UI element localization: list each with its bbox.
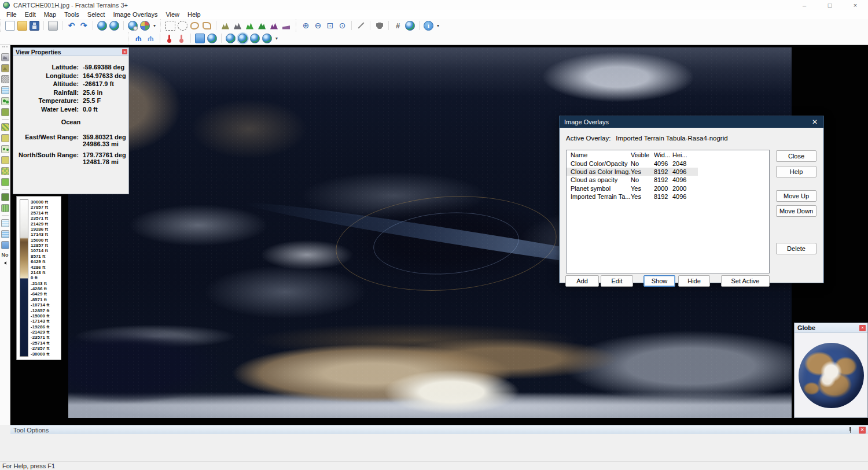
raise-land-olive-icon[interactable] (220, 21, 230, 31)
new-map-icon[interactable] (5, 21, 15, 31)
orchard-brush-icon[interactable] (1, 145, 9, 153)
column-header-visible[interactable]: Visible (631, 150, 654, 160)
zoom-previous-icon[interactable] (337, 21, 347, 31)
open-icon[interactable] (17, 21, 27, 31)
raise-land-peak-icon[interactable] (257, 21, 267, 31)
dialog-close-icon[interactable]: ✕ (812, 118, 823, 126)
sea-texture-icon[interactable] (1, 86, 9, 94)
polygon-lasso-icon[interactable] (202, 21, 212, 31)
dialog-button-edit[interactable]: Edit (601, 275, 633, 287)
reeds-brush-icon[interactable] (1, 193, 9, 201)
dialog-button-add[interactable]: Add (565, 275, 599, 287)
close-icon[interactable]: × (843, 0, 868, 10)
overlay-row-planet-symbol[interactable]: Planet symbol Yes 2000 2000 (567, 184, 698, 193)
pan-hand-icon[interactable] (374, 21, 384, 31)
minimize-icon[interactable]: – (792, 0, 817, 10)
overlay-row-cloud-as-color-imag[interactable]: Cloud as Color Imag... Yes 8192 4096 (567, 168, 698, 176)
temperature-down-icon[interactable] (176, 34, 186, 43)
deep-water-icon[interactable] (1, 241, 9, 249)
farmland-brush-icon[interactable] (1, 167, 9, 175)
zoom-in-icon[interactable] (301, 21, 311, 31)
lasso-icon[interactable] (190, 21, 200, 31)
dialog-button-set-active[interactable]: Set Active (721, 275, 770, 287)
print-icon[interactable] (48, 21, 58, 31)
overlay-row-cloud-color-opacity[interactable]: Cloud Color/Opacity No 4096 2048 (567, 160, 698, 168)
globe-close-icon[interactable] (859, 325, 866, 331)
dialog-button-show[interactable]: Show (643, 275, 675, 287)
lower-land-icon[interactable] (281, 21, 291, 31)
save-icon[interactable] (30, 21, 39, 31)
overlay-row-cloud-as-opacity[interactable]: Cloud as opacity No 8192 4096 (567, 176, 698, 184)
green-brush-icon[interactable] (1, 178, 9, 186)
menu-item-file[interactable]: File (2, 10, 21, 19)
raise-land-green-icon[interactable] (245, 21, 255, 31)
river-erase-icon[interactable] (146, 34, 156, 43)
pushpin-icon[interactable] (847, 427, 854, 433)
globe-view-a-icon[interactable] (226, 34, 236, 43)
dialog-button-move-down[interactable]: Move Down (776, 205, 816, 217)
zoom-region-icon[interactable] (325, 21, 335, 31)
world-export-icon[interactable] (128, 21, 138, 31)
overlay-row-imported-terrain-ta[interactable]: Imported Terrain Ta... Yes 8192 4096 (567, 193, 698, 201)
info-icon[interactable] (424, 21, 433, 31)
world-globe2-icon[interactable] (109, 21, 119, 31)
rock-texture-icon[interactable] (1, 75, 9, 83)
restore-icon[interactable]: □ (817, 0, 843, 10)
tool-options-close-icon[interactable]: ✕ (859, 427, 866, 434)
raise-land-purple-icon[interactable] (269, 21, 279, 31)
column-header-wid[interactable]: Wid... (654, 150, 672, 160)
world-colors-icon[interactable] (140, 21, 150, 31)
dialog-button-close[interactable]: Close (776, 150, 816, 162)
altitude-color-bar[interactable] (20, 199, 28, 357)
globe-grid-icon[interactable] (405, 21, 415, 31)
no-paint-label[interactable]: No (0, 252, 10, 258)
globe-preview[interactable] (799, 343, 864, 408)
toolbar-overflow-arrow[interactable]: ▾ (153, 23, 156, 28)
measure-icon[interactable] (356, 21, 366, 31)
toolbar-overflow-arrow[interactable]: ▾ (275, 36, 278, 41)
menu-item-map[interactable]: Map (40, 10, 60, 19)
menu-item-view[interactable]: View (161, 10, 183, 19)
globe-view-d-icon[interactable] (262, 34, 272, 43)
grid-icon[interactable] (393, 21, 403, 31)
sidebar-grip[interactable] (2, 46, 8, 50)
paint-globe-icon[interactable] (207, 34, 217, 43)
view-properties-close-icon[interactable] (122, 49, 127, 54)
river-tool-icon[interactable] (134, 34, 144, 43)
grass-brush-icon[interactable] (1, 108, 9, 116)
globe-view-c-icon[interactable] (250, 34, 260, 43)
dialog-button-hide[interactable]: Hide (678, 275, 710, 287)
swamp-brush-icon[interactable] (1, 123, 9, 131)
marquee-rect-icon[interactable] (165, 21, 175, 31)
undo-icon[interactable] (67, 21, 76, 31)
redo-icon[interactable] (79, 21, 89, 31)
menu-item-select[interactable]: Select (83, 10, 109, 19)
scrub-brush-icon[interactable] (1, 204, 9, 212)
forest-brush-icon[interactable] (1, 97, 9, 105)
property-label: Water Level: (13, 105, 79, 114)
dialog-button-help[interactable]: Help (776, 166, 816, 177)
marquee-ellipse-icon[interactable] (178, 21, 187, 31)
medium-water-icon[interactable] (1, 230, 9, 238)
hill-brush-icon[interactable] (1, 64, 9, 72)
menu-item-tools[interactable]: Tools (60, 10, 83, 19)
menu-item-help[interactable]: Help (183, 10, 205, 19)
meadow-brush-icon[interactable] (1, 156, 9, 164)
ocean-level-icon[interactable] (195, 34, 205, 43)
sidebar-collapse-arrow[interactable] (4, 261, 6, 265)
temperature-up-icon[interactable] (164, 34, 174, 43)
toolbar-overflow-arrow[interactable]: ▾ (437, 23, 439, 28)
menu-item-edit[interactable]: Edit (21, 10, 40, 19)
dialog-button-move-up[interactable]: Move Up (776, 190, 816, 202)
zoom-out-icon[interactable] (313, 21, 323, 31)
shallow-water-icon[interactable] (1, 219, 9, 227)
world-globe-icon[interactable] (97, 21, 107, 31)
column-header-hei[interactable]: Hei... (672, 150, 696, 160)
column-header-name[interactable]: Name (571, 150, 631, 160)
globe-view-b-icon[interactable] (238, 34, 248, 43)
dialog-button-delete[interactable]: Delete (776, 243, 816, 254)
raise-land-rock-icon[interactable] (233, 21, 242, 31)
menu-item-image-overlays[interactable]: Image Overlays (109, 10, 161, 19)
mountain-brush-icon[interactable] (1, 53, 9, 61)
field-brush-icon[interactable] (1, 134, 9, 142)
